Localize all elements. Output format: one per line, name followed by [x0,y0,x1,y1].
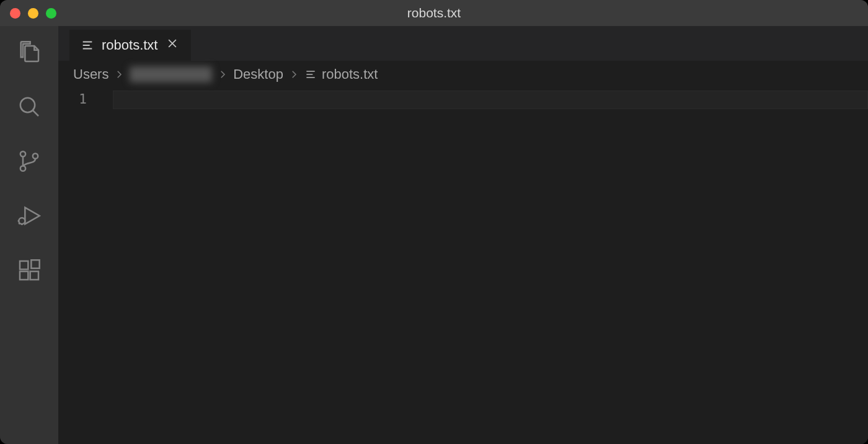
svg-rect-12 [30,272,38,280]
activity-run-debug[interactable] [17,205,42,229]
files-icon [17,40,42,67]
text-file-icon [304,68,317,81]
tab-close-button[interactable] [165,38,180,53]
title-bar: robots.txt [0,0,868,26]
svg-rect-10 [20,261,28,269]
svg-point-3 [20,166,25,171]
svg-point-0 [20,98,35,112]
activity-search[interactable] [17,95,42,120]
svg-line-1 [33,110,38,116]
svg-rect-13 [31,260,39,268]
breadcrumb-item[interactable]: Users [73,66,108,82]
app-window: robots.txt [0,0,868,444]
breadcrumb-item[interactable]: Desktop [233,66,283,82]
code-editor[interactable]: 1 [58,88,868,444]
traffic-lights [0,8,56,19]
activity-source-control[interactable] [17,150,42,175]
window-zoom-button[interactable] [46,8,56,19]
close-icon [166,37,179,53]
activity-explorer[interactable] [17,41,42,66]
window-close-button[interactable] [10,8,20,19]
line-number: 1 [58,92,87,107]
svg-line-9 [19,223,20,224]
text-file-icon [81,38,94,52]
breadcrumb-item[interactable]: robots.txt [322,66,378,82]
line-number-gutter: 1 [58,88,113,444]
window-title: robots.txt [407,6,461,20]
search-icon [17,94,42,122]
branch-icon [17,149,42,176]
chevron-right-icon [288,69,299,80]
svg-point-2 [20,151,25,156]
svg-rect-11 [20,272,28,280]
tab-label: robots.txt [102,37,157,53]
chevron-right-icon [113,69,125,80]
svg-point-4 [33,154,38,159]
activity-bar [0,26,58,444]
editor-group: robots.txt Users ████████ Desktop [58,26,868,444]
chevron-right-icon [217,69,228,80]
extensions-icon [17,258,42,285]
debug-icon [17,203,42,231]
tab-bar: robots.txt [58,26,868,61]
code-area[interactable] [113,88,868,444]
current-line-highlight [113,91,868,109]
activity-extensions[interactable] [17,259,42,284]
breadcrumb-item-redacted[interactable]: ████████ [130,66,212,82]
window-minimize-button[interactable] [28,8,38,19]
svg-marker-5 [25,208,39,224]
tab-robots-txt[interactable]: robots.txt [69,30,191,61]
breadcrumb: Users ████████ Desktop robots.txt [58,61,868,88]
